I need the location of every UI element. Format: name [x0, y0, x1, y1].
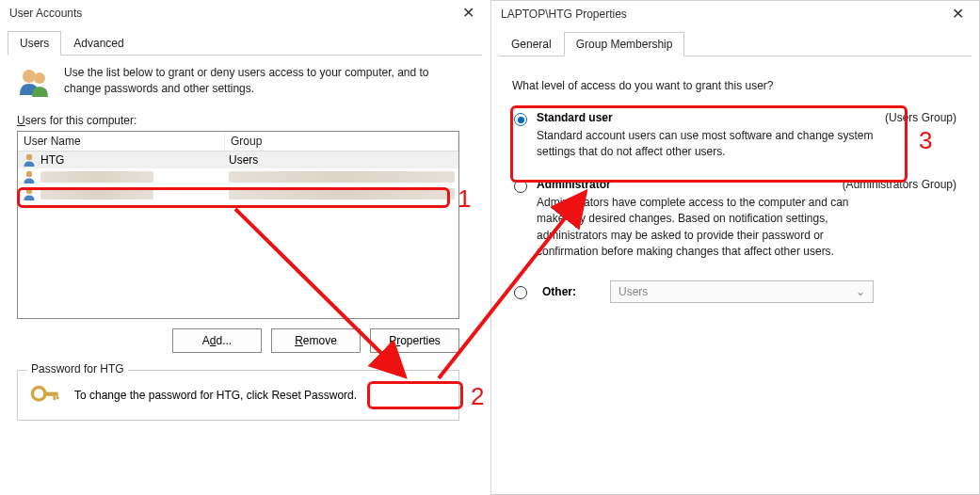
add-button[interactable]: Add...	[172, 328, 262, 353]
listbox-header: User Name Group	[18, 132, 458, 152]
user-accounts-dialog: User Accounts ✕ Users Advanced Use the l…	[0, 0, 490, 495]
tab-users[interactable]: Users	[8, 31, 61, 56]
close-icon[interactable]: ✕	[457, 6, 480, 21]
users-label: Users for this computer:	[17, 114, 473, 127]
cell-username: HTG	[40, 153, 64, 167]
radio-label: Standard user	[537, 111, 613, 124]
svg-rect-7	[54, 396, 56, 400]
radio-label: Administrator	[537, 178, 611, 191]
user-icon	[22, 186, 37, 201]
tab-strip: General Group Membership	[499, 31, 972, 56]
user-icon	[22, 169, 37, 184]
svg-point-2	[26, 154, 32, 160]
table-row[interactable]	[18, 168, 458, 185]
svg-rect-8	[56, 396, 59, 399]
other-group-combo[interactable]: Users ⌄	[610, 280, 874, 303]
password-text: To change the password for HTG, click Re…	[74, 389, 357, 402]
key-icon	[29, 382, 61, 408]
col-username[interactable]: User Name	[18, 132, 225, 151]
svg-point-1	[34, 72, 45, 84]
col-group[interactable]: Group	[225, 132, 458, 151]
password-legend: Password for HTG	[27, 362, 128, 375]
close-icon[interactable]: ✕	[946, 7, 970, 22]
svg-point-0	[23, 70, 36, 83]
svg-point-3	[26, 171, 32, 177]
table-row[interactable]	[18, 185, 458, 202]
cell-group: Users	[229, 153, 455, 167]
tab-general[interactable]: General	[499, 32, 564, 56]
svg-rect-6	[43, 392, 57, 396]
table-row[interactable]: HTG Users	[18, 152, 458, 168]
radio-icon[interactable]	[514, 180, 527, 193]
radio-group-label: (Administrators Group)	[843, 178, 956, 191]
titlebar: User Accounts ✕	[0, 0, 490, 26]
remove-button[interactable]: Remove	[271, 328, 361, 353]
properties-button[interactable]: Properties	[370, 328, 459, 353]
radio-group-label: (Users Group)	[885, 111, 956, 124]
user-icon	[22, 152, 37, 168]
people-icon	[17, 65, 51, 99]
tab-group-membership[interactable]: Group Membership	[564, 32, 685, 56]
radio-icon[interactable]	[514, 286, 527, 299]
chevron-down-icon: ⌄	[856, 285, 865, 298]
access-question: What level of access do you want to gran…	[512, 79, 958, 92]
dialog-title: LAPTOP\HTG Properties	[501, 8, 627, 21]
password-fieldset: Password for HTG To change the password …	[17, 370, 459, 421]
tab-advanced[interactable]: Advanced	[61, 31, 136, 56]
svg-point-4	[26, 188, 32, 194]
radio-description: Standard account users can use most soft…	[537, 128, 876, 161]
tab-strip: Users Advanced	[8, 30, 482, 56]
combo-value: Users	[619, 285, 648, 298]
dialog-title: User Accounts	[9, 7, 82, 20]
properties-dialog: LAPTOP\HTG Properties ✕ General Group Me…	[490, 0, 980, 495]
radio-standard-user[interactable]: Standard user (Users Group) Standard acc…	[508, 107, 962, 165]
intro-text: Use the list below to grant or deny user…	[64, 65, 441, 98]
svg-point-5	[32, 388, 45, 401]
radio-icon[interactable]	[514, 113, 527, 126]
users-listbox[interactable]: User Name Group HTG Users	[17, 131, 459, 319]
titlebar: LAPTOP\HTG Properties ✕	[491, 1, 979, 27]
radio-administrator[interactable]: Administrator (Administrators Group) Adm…	[508, 174, 962, 264]
radio-label: Other:	[542, 285, 595, 298]
radio-description: Administrators have complete access to t…	[537, 195, 876, 261]
radio-other[interactable]: Other: Users ⌄	[508, 277, 962, 307]
